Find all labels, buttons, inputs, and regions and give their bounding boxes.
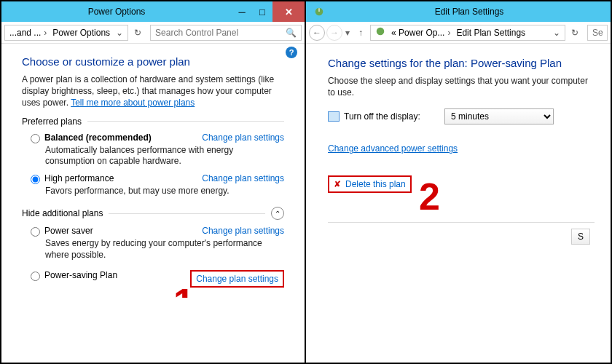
close-button[interactable]: ✕	[272, 1, 305, 22]
search-box[interactable]: 🔍	[150, 25, 302, 41]
plan-radio[interactable]	[31, 134, 40, 143]
plan-radio[interactable]	[31, 175, 40, 184]
breadcrumb-seg-current[interactable]: Power Options	[50, 25, 113, 41]
annotation-highlight-box: ✘ Delete this plan	[328, 175, 412, 193]
breadcrumb-dropdown-icon[interactable]: ⌄	[113, 28, 126, 38]
delete-icon: ✘	[334, 179, 341, 189]
delete-plan-link[interactable]: Delete this plan	[345, 179, 406, 189]
window-title: Power Options	[1, 7, 232, 17]
minimize-button[interactable]: ─	[232, 1, 252, 22]
search-input[interactable]	[592, 28, 605, 38]
change-plan-settings-link[interactable]: Change plan settings	[202, 226, 284, 236]
breadcrumb[interactable]: ...and ... Power Options ⌄	[4, 25, 128, 41]
plan-description: Saves energy by reducing your computer's…	[45, 238, 284, 261]
page-heading: Choose or customize a power plan	[22, 55, 284, 68]
help-icon[interactable]: ?	[286, 47, 297, 58]
power-icon	[310, 3, 328, 20]
breadcrumb-seg-current[interactable]: Edit Plan Settings	[453, 25, 528, 41]
window-title: Edit Plan Settings	[328, 7, 611, 17]
change-plan-settings-link[interactable]: Change plan settings	[202, 173, 284, 183]
titlebar-left: Power Options ─ □ ✕	[1, 1, 305, 22]
address-toolbar-left: ...and ... Power Options ⌄ ↻ 🔍	[1, 22, 305, 44]
breadcrumb-dropdown-icon[interactable]: ⌄	[550, 28, 563, 38]
advanced-settings-link[interactable]: Change advanced power settings	[328, 143, 458, 154]
footer-bar: S	[328, 222, 595, 250]
plan-name: Balanced (recommended)	[44, 132, 152, 143]
power-icon	[372, 26, 388, 39]
address-toolbar-right: ← → ▾ ↑ « Power Op... Edit Plan Settings…	[306, 22, 611, 44]
setting-label: Turn off the display:	[344, 111, 420, 122]
plan-description: Favors performance, but may use more ene…	[45, 186, 284, 197]
up-button[interactable]: ↑	[353, 25, 369, 41]
turn-off-display-row: Turn off the display: 5 minutes	[328, 108, 595, 124]
change-plan-settings-link[interactable]: Change plan settings	[202, 132, 284, 143]
plan-radio[interactable]	[31, 227, 40, 237]
annotation-number-2: 2	[419, 175, 440, 218]
plan-description: Automatically balances performance with …	[45, 145, 284, 167]
plan-balanced: Balanced (recommended) Change plan setti…	[31, 132, 284, 167]
plan-name: Power saver	[44, 226, 93, 236]
plan-name: Power-saving Plan	[44, 270, 117, 280]
back-button[interactable]: ←	[309, 25, 325, 41]
plan-radio[interactable]	[31, 272, 40, 281]
titlebar-right: Edit Plan Settings	[306, 1, 611, 22]
plan-high-performance: High performance Change plan settings Fa…	[31, 173, 284, 197]
monitor-icon	[328, 111, 340, 122]
display-timeout-select[interactable]: 5 minutes	[444, 108, 554, 124]
page-description: A power plan is a collection of hardware…	[22, 74, 284, 109]
breadcrumb[interactable]: « Power Op... Edit Plan Settings ⌄	[370, 25, 565, 41]
plan-power-saving-plan: Power-saving Plan Change plan settings	[31, 270, 284, 288]
annotation-number-1: 1	[173, 280, 195, 298]
annotation-highlight-box: Change plan settings	[190, 270, 284, 288]
refresh-button[interactable]: ↻	[130, 25, 146, 41]
hide-additional-plans-toggle[interactable]: Hide additional plans ⌃	[22, 207, 284, 220]
change-plan-settings-link[interactable]: Change plan settings	[196, 274, 278, 284]
save-button[interactable]: S	[571, 229, 590, 245]
search-icon[interactable]: 🔍	[286, 28, 297, 38]
search-input[interactable]	[155, 28, 286, 38]
plan-name: High performance	[44, 173, 114, 183]
breadcrumb-seg-prev[interactable]: ...and ...	[7, 25, 50, 41]
plan-power-saver: Power saver Change plan settings Saves e…	[31, 226, 284, 261]
maximize-button[interactable]: □	[252, 1, 272, 22]
preferred-plans-header: Preferred plans	[22, 116, 284, 127]
search-box[interactable]	[587, 25, 608, 41]
svg-point-1	[377, 28, 385, 36]
chevron-up-icon[interactable]: ⌃	[271, 207, 284, 220]
breadcrumb-seg-prev[interactable]: « Power Op...	[388, 25, 453, 41]
page-heading: Change settings for the plan: Power-savi…	[328, 57, 595, 69]
history-dropdown-icon[interactable]: ▾	[344, 28, 351, 38]
forward-button[interactable]: →	[326, 25, 342, 41]
page-description: Choose the sleep and display settings th…	[328, 75, 595, 98]
learn-more-link[interactable]: Tell me more about power plans	[71, 98, 195, 108]
refresh-button[interactable]: ↻	[567, 25, 583, 41]
